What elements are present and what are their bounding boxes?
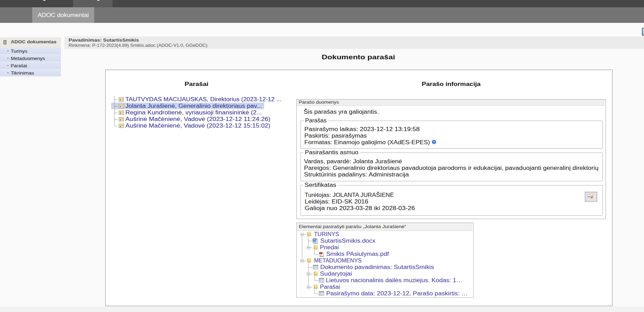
svg-text:?: ? xyxy=(433,140,435,144)
svg-text:W: W xyxy=(313,239,316,242)
